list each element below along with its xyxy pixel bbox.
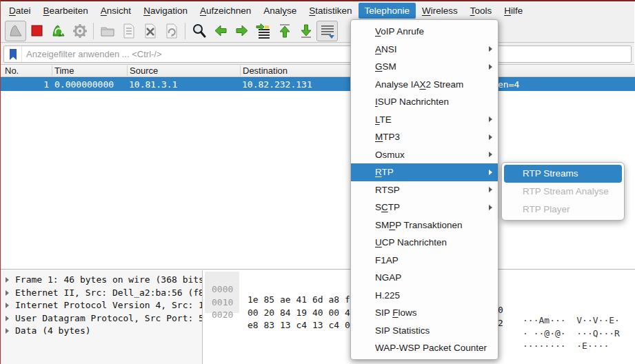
expander-icon[interactable]: [6, 277, 9, 283]
main-toolbar: [1, 19, 634, 43]
column-header-destination[interactable]: Destination: [243, 65, 288, 76]
rtp-submenu: RTP Streams RTP Stream Analyse RTP Playe…: [501, 162, 625, 221]
menu-item-h225[interactable]: H.225: [351, 287, 498, 305]
wireshark-window: Datei Bearbeiten Ansicht Navigation Aufz…: [0, 0, 635, 364]
menu-navigation[interactable]: Navigation: [137, 3, 194, 19]
column-header-no[interactable]: No.: [5, 65, 19, 76]
menu-tools[interactable]: Tools: [464, 3, 498, 19]
menu-item-analyse-iax2-stream[interactable]: Analyse IAX2 Stream: [351, 76, 498, 94]
menu-statistiken[interactable]: Statistiken: [303, 3, 358, 19]
menu-item-ansi[interactable]: ANSI: [351, 41, 498, 59]
expander-icon[interactable]: [6, 328, 9, 334]
menu-item-f1ap[interactable]: F1AP: [351, 252, 498, 270]
menu-item-rtp[interactable]: RTP: [351, 163, 498, 181]
menu-item-gsm[interactable]: GSM: [351, 58, 498, 76]
menu-item-sctp[interactable]: SCTP: [351, 199, 498, 216]
detail-row-data[interactable]: Data (4 bytes): [1, 325, 203, 337]
toolbar-separator: [93, 23, 94, 39]
packet-row-selected[interactable]: 1 0.000000000 10.81.3.1 10.82.232.131 en…: [1, 77, 635, 91]
detail-row-ethernet[interactable]: Ethernet II, Src: Dell_a2:ba:56 (f8: [1, 287, 203, 299]
submenu-item-rtp-player: RTP Player: [504, 200, 622, 218]
auto-scroll-icon[interactable]: [316, 21, 338, 41]
menu-item-smpp-transaktionen[interactable]: SMPP Transaktionen: [351, 216, 498, 234]
detail-row-ip[interactable]: Internet Protocol Version 4, Src: 1: [1, 299, 203, 312]
filter-toolbar: [1, 43, 634, 65]
capture-start-icon[interactable]: [5, 21, 26, 41]
submenu-arrow-icon: [489, 205, 492, 210]
submenu-arrow-icon: [489, 187, 492, 192]
window-frame-left: [0, 0, 1, 364]
display-filter-box: [3, 46, 632, 63]
expander-icon[interactable]: [6, 316, 9, 321]
packet-no: 1: [1, 79, 49, 90]
menu-ansicht[interactable]: Ansicht: [94, 3, 137, 19]
submenu-arrow-icon: [489, 170, 492, 175]
expander-icon[interactable]: [6, 303, 9, 308]
expander-icon[interactable]: [6, 290, 9, 296]
display-filter-input[interactable]: [22, 49, 631, 59]
reload-file-icon[interactable]: [161, 21, 182, 41]
detail-row-udp[interactable]: User Datagram Protocol, Src Port: 5: [1, 312, 203, 325]
menu-item-isup-nachrichten[interactable]: ISUP Nachrichten: [351, 93, 498, 111]
menu-item-rtsp[interactable]: RTSP: [351, 181, 498, 199]
menu-item-wap-wsp-packet-counter[interactable]: WAP-WSP Packet Counter: [351, 339, 498, 357]
submenu-arrow-icon: [489, 152, 492, 157]
packet-list-header: No. Time Source Destination: [1, 65, 635, 77]
find-packet-icon[interactable]: [188, 21, 210, 41]
filter-bookmark-icon[interactable]: [4, 46, 22, 62]
menu-hilfe[interactable]: Hilfe: [498, 3, 529, 19]
telephonie-dropdown-menu: VoIP Anrufe ANSI GSM Analyse IAX2 Stream…: [350, 19, 498, 360]
close-file-icon[interactable]: [139, 21, 161, 41]
toolbar-separator: [185, 23, 185, 39]
open-file-icon[interactable]: [97, 21, 118, 41]
submenu-arrow-icon: [489, 64, 492, 70]
detail-row-frame[interactable]: Frame 1: 46 bytes on wire (368 bits: [1, 274, 203, 286]
packet-destination: 10.82.232.131: [242, 79, 312, 90]
submenu-arrow-icon: [489, 134, 492, 140]
menu-bar: Datei Bearbeiten Ansicht Navigation Aufz…: [1, 1, 634, 19]
capture-options-icon[interactable]: [69, 21, 90, 41]
column-divider[interactable]: [127, 65, 128, 76]
menu-item-sip-flows[interactable]: SIP Flows: [351, 304, 498, 322]
lower-panes: Frame 1: 46 bytes on wire (368 bits Ethe…: [1, 269, 635, 364]
menu-item-ngap[interactable]: NGAP: [351, 269, 498, 287]
column-header-source[interactable]: Source: [130, 65, 158, 76]
capture-restart-icon[interactable]: [48, 21, 69, 41]
menu-item-voip-anrufe[interactable]: VoIP Anrufe: [351, 23, 498, 41]
save-file-icon[interactable]: [118, 21, 139, 41]
column-header-time[interactable]: Time: [54, 65, 74, 76]
submenu-arrow-icon: [489, 117, 492, 122]
menu-item-ucp-nachrichten[interactable]: UCP Nachrichten: [351, 234, 498, 252]
submenu-item-rtp-stream-analyse: RTP Stream Analyse: [504, 183, 622, 201]
menu-item-osmux[interactable]: Osmux: [351, 146, 498, 164]
packet-source: 10.81.3.1: [129, 79, 177, 90]
menu-datei[interactable]: Datei: [3, 3, 37, 19]
packet-info-tail: en=4: [498, 79, 519, 90]
go-back-icon[interactable]: [210, 21, 231, 41]
menu-aufzeichnen[interactable]: Aufzeichnen: [194, 3, 257, 19]
packet-time: 0.000000000: [54, 79, 114, 90]
menu-item-sip-statistics[interactable]: SIP Statistics: [351, 322, 498, 340]
submenu-item-rtp-streams[interactable]: RTP Streams: [504, 165, 622, 183]
packet-detail-pane: Frame 1: 46 bytes on wire (368 bits Ethe…: [1, 270, 203, 364]
go-forward-icon[interactable]: [231, 21, 252, 41]
menu-wireless[interactable]: Wireless: [416, 3, 464, 19]
menu-item-lte[interactable]: LTE: [351, 111, 498, 129]
menu-analyse[interactable]: Analyse: [257, 3, 303, 19]
submenu-arrow-icon: [489, 46, 492, 52]
menu-bearbeiten[interactable]: Bearbeiten: [37, 3, 94, 19]
column-divider[interactable]: [240, 65, 241, 76]
column-divider[interactable]: [52, 65, 52, 76]
go-last-packet-icon[interactable]: [295, 21, 316, 41]
go-to-packet-icon[interactable]: [252, 21, 274, 41]
go-first-packet-icon[interactable]: [274, 21, 295, 41]
capture-stop-icon[interactable]: [26, 21, 48, 41]
menu-item-mtp3[interactable]: MTP3: [351, 128, 498, 146]
menu-telephonie[interactable]: Telephonie: [359, 3, 416, 19]
